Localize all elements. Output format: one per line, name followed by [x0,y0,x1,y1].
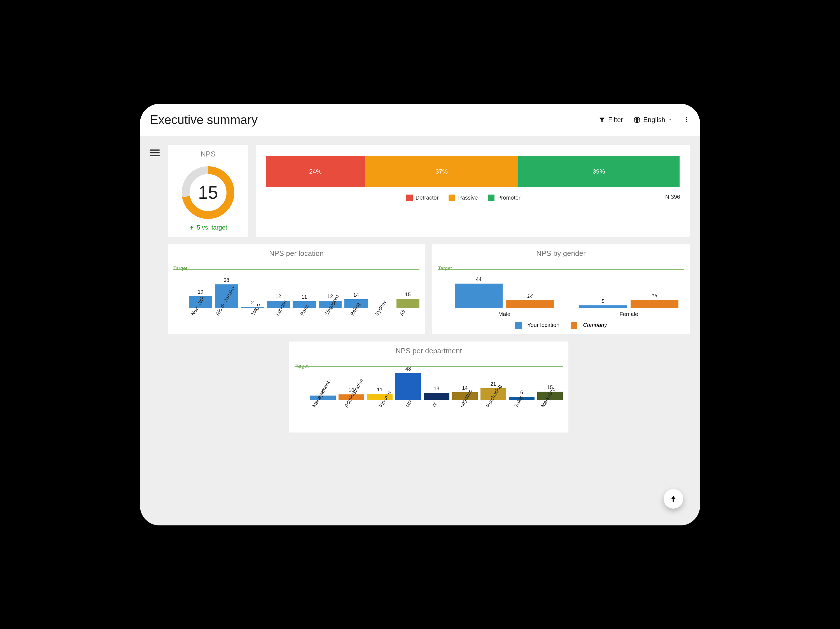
globe-icon [634,117,640,123]
arrow-up-icon [189,225,194,230]
nps-n-value: N 396 [665,194,684,200]
menu-button[interactable] [150,148,159,515]
x-label: Male [455,311,554,317]
bar: 44 [455,277,503,308]
tablet-frame: Executive summary Filter English NPS [140,104,700,525]
chevron-down-icon [668,118,673,122]
nps-distribution-card: 24%37%39% DetractorPassivePromoter N 396 [255,145,690,237]
nps-department-title: NPS per department [295,347,563,355]
svg-point-2 [686,119,687,120]
bar: 15 [630,293,679,308]
nps-gender-title: NPS by gender [438,249,684,258]
nps-gender-bars: Target 4414515 [438,269,684,308]
filter-button[interactable]: Filter [598,116,623,124]
nps-department-xlabels: ManagementAdministrationFinanceHRITLogis… [295,402,563,427]
nps-delta: 5 vs. target [189,224,227,231]
svg-point-3 [686,121,687,122]
filter-label: Filter [608,116,623,124]
nps-location-title: NPS per location [173,249,420,258]
svg-point-1 [686,117,687,118]
bar: 5 [579,298,627,308]
stack-segment-promoter: 39% [518,156,680,187]
overflow-menu-icon[interactable] [683,117,690,123]
stack-segment-passive: 37% [365,156,518,187]
page-title: Executive summary [150,113,257,127]
nps-delta-text: 5 vs. target [197,224,227,231]
nps-department-card: NPS per department Target 81011481314216… [289,341,569,433]
nps-gauge-title: NPS [201,150,215,158]
nps-gender-legend: Your locationCompany [438,322,684,329]
legend-item: Promoter [488,195,520,202]
gender-group: 4414 [455,269,554,308]
bar: 14 [506,293,554,308]
legend-item: Company [571,322,607,329]
stack-segment-detractor: 24% [266,156,365,187]
nps-location-card: NPS per location Target 193821211121415 … [167,244,425,334]
nps-stacked-legend: DetractorPassivePromoter [261,195,665,202]
legend-item: Your location [515,322,559,329]
nps-gauge-card: NPS 15 5 vs. target [167,145,249,237]
nps-stacked-bar: 24%37%39% [266,156,680,187]
filter-icon [598,117,605,123]
nps-gender-card: NPS by gender Target 4414515 MaleFemale … [432,244,690,334]
nps-value: 15 [180,165,236,221]
x-label: Female [579,311,679,317]
legend-item: Passive [448,195,478,202]
language-label: English [643,116,665,124]
top-bar: Executive summary Filter English [140,104,700,136]
scroll-top-button[interactable] [663,489,683,509]
arrow-up-icon [669,495,677,503]
language-dropdown[interactable]: English [634,116,673,124]
target-label: Target [295,363,309,369]
target-label: Target [173,266,187,271]
nps-location-xlabels: New YorkRio de JaneiroTokyoLondonParisSi… [173,310,420,327]
legend-item: Detractor [406,195,439,202]
target-label: Target [438,266,452,271]
gender-group: 515 [579,269,679,308]
